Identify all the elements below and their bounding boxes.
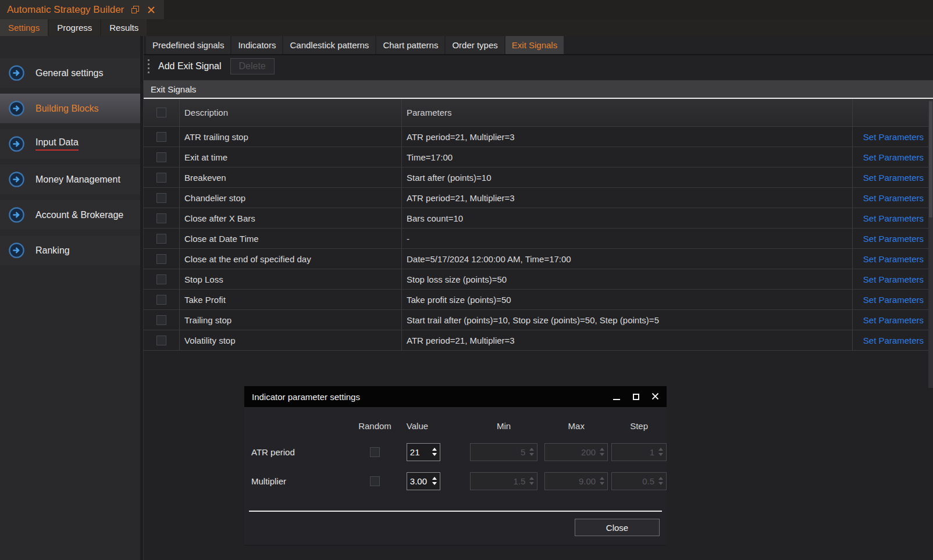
value-spinner[interactable]: 3.00	[407, 472, 440, 490]
table-row[interactable]: Stop Loss Stop loss size (points)=50 Set…	[144, 269, 933, 290]
step-spinner: 0.5	[611, 472, 667, 490]
row-checkbox[interactable]	[156, 315, 166, 325]
set-parameters-link[interactable]: Set Parameters	[863, 295, 924, 305]
row-checkbox[interactable]	[156, 193, 166, 203]
tab-indicators[interactable]: Indicators	[232, 36, 282, 54]
sidebar-item-general-settings[interactable]: General settings	[0, 58, 140, 88]
document-tab-label: Settings	[8, 23, 40, 33]
parameters-column-header[interactable]: Parameters	[401, 99, 852, 126]
minimize-icon[interactable]	[613, 393, 621, 401]
row-checkbox[interactable]	[156, 336, 166, 345]
description-column-header[interactable]: Description	[179, 99, 401, 126]
window-title-tab[interactable]: Automatic Strategy Builder	[0, 0, 164, 19]
random-checkbox[interactable]	[370, 476, 380, 486]
row-checkbox[interactable]	[156, 254, 166, 264]
row-action-cell: Set Parameters	[852, 330, 928, 350]
close-icon[interactable]	[147, 6, 155, 14]
select-all-checkbox[interactable]	[156, 108, 166, 117]
set-parameters-link[interactable]: Set Parameters	[863, 234, 924, 244]
document-tab-bar: SettingsProgressResults	[0, 19, 933, 36]
table-header-row: Description Parameters	[144, 99, 933, 127]
table-row[interactable]: Chandelier stop ATR period=21, Multiplie…	[144, 188, 933, 208]
row-description: Exit at time	[179, 147, 401, 167]
sidebar-item-input-data[interactable]: Input Data	[0, 129, 140, 159]
value-spinner[interactable]: 21	[407, 443, 440, 461]
random-checkbox[interactable]	[370, 447, 380, 457]
set-parameters-link[interactable]: Set Parameters	[863, 213, 924, 223]
row-action-cell: Set Parameters	[852, 249, 928, 269]
row-checkbox-cell	[144, 127, 179, 147]
sidebar-item-account-brokerage[interactable]: Account & Brokerage	[0, 200, 140, 230]
row-checkbox[interactable]	[156, 213, 166, 223]
sidebar-item-label: Money Management	[35, 174, 120, 185]
row-checkbox[interactable]	[156, 234, 166, 244]
set-parameters-link[interactable]: Set Parameters	[863, 132, 924, 142]
dialog-column-headers: Random Value Min Max Step	[244, 414, 667, 437]
row-checkbox[interactable]	[156, 295, 166, 305]
table-row[interactable]: ATR trailing stop ATR period=21, Multipl…	[144, 127, 933, 147]
row-checkbox-cell	[144, 147, 179, 167]
doc-tab-progress[interactable]: Progress	[49, 19, 100, 36]
row-checkbox[interactable]	[156, 274, 166, 284]
set-parameters-link[interactable]: Set Parameters	[863, 152, 924, 162]
table-row[interactable]: Exit at time Time=17:00 Set Parameters	[144, 147, 933, 167]
automatic-strategy-builder-window: Automatic Strategy Builder SettingsProgr…	[0, 0, 933, 560]
table-row[interactable]: Volatility stop ATR period=21, Multiplie…	[144, 330, 933, 351]
row-checkbox-cell	[144, 229, 179, 248]
set-parameters-link[interactable]: Set Parameters	[863, 274, 924, 284]
row-checkbox[interactable]	[156, 132, 166, 142]
close-icon[interactable]	[651, 392, 659, 402]
building-blocks-tab-bar: Predefined signalsIndicatorsCandlestick …	[144, 36, 933, 55]
up-down-arrows-icon	[658, 477, 663, 485]
circle-arrow-right-icon	[8, 206, 25, 223]
tab-candlestick-patterns[interactable]: Candlestick patterns	[283, 36, 375, 54]
close-button[interactable]: Close	[575, 519, 660, 536]
drag-dots-icon[interactable]	[148, 59, 149, 73]
row-checkbox-cell	[144, 269, 179, 289]
vertical-scrollbar[interactable]	[928, 100, 933, 388]
set-parameters-link[interactable]: Set Parameters	[863, 315, 924, 325]
step-column-header: Step	[611, 421, 667, 431]
row-checkbox[interactable]	[156, 152, 166, 162]
tab-predefined-signals[interactable]: Predefined signals	[146, 36, 230, 54]
restore-window-icon[interactable]	[131, 6, 140, 14]
table-row[interactable]: Take Profit Take profit size (points)=50…	[144, 290, 933, 310]
set-parameters-link[interactable]: Set Parameters	[863, 254, 924, 264]
random-column-header: Random	[343, 421, 407, 431]
group-title: Exit Signals	[151, 84, 196, 94]
maximize-icon[interactable]	[633, 394, 639, 400]
scrollbar-thumb[interactable]	[929, 101, 932, 217]
doc-tab-results[interactable]: Results	[101, 19, 147, 36]
tab-chart-patterns[interactable]: Chart patterns	[376, 36, 444, 54]
table-row[interactable]: Breakeven Start after (points)=10 Set Pa…	[144, 167, 933, 188]
doc-tab-settings[interactable]: Settings	[0, 19, 48, 36]
dialog-titlebar[interactable]: Indicator parameter settings	[244, 386, 667, 407]
table-row[interactable]: Close at Date Time - Set Parameters	[144, 229, 933, 249]
toolbar: Add Exit Signal Delete	[144, 55, 933, 77]
sidebar-item-money-management[interactable]: Money Management	[0, 165, 140, 194]
set-parameters-link[interactable]: Set Parameters	[863, 336, 924, 345]
tab-exit-signals[interactable]: Exit Signals	[505, 36, 564, 54]
sidebar-item-label: Building Blocks	[35, 104, 99, 114]
set-parameters-link[interactable]: Set Parameters	[863, 173, 924, 183]
sidebar-item-building-blocks[interactable]: Building Blocks	[0, 94, 140, 123]
building-tab-label: Predefined signals	[152, 40, 224, 50]
circle-arrow-right-icon	[8, 65, 25, 81]
document-tab-label: Progress	[57, 23, 92, 33]
row-checkbox[interactable]	[156, 173, 166, 183]
value-column-header: Value	[407, 421, 458, 431]
up-down-arrows-icon[interactable]	[432, 448, 437, 456]
tab-order-types[interactable]: Order types	[446, 36, 504, 54]
up-down-arrows-icon[interactable]	[432, 477, 437, 485]
row-description: Stop Loss	[179, 269, 401, 289]
table-row[interactable]: Close at the end of specified day Date=5…	[144, 249, 933, 269]
set-parameters-link[interactable]: Set Parameters	[863, 193, 924, 203]
sidebar-item-ranking[interactable]: Ranking	[0, 236, 140, 265]
table-row[interactable]: Close after X Bars Bars count=10 Set Par…	[144, 208, 933, 229]
table-body: ATR trailing stop ATR period=21, Multipl…	[144, 127, 933, 351]
add-exit-signal-button[interactable]: Add Exit Signal	[158, 61, 222, 72]
table-row[interactable]: Trailing stop Start trail after (points)…	[144, 310, 933, 330]
parameter-label: Multiplier	[251, 476, 343, 486]
row-parameters: Date=5/17/2024 12:00:00 AM, Time=17:00	[401, 249, 852, 269]
row-action-cell: Set Parameters	[852, 229, 928, 248]
